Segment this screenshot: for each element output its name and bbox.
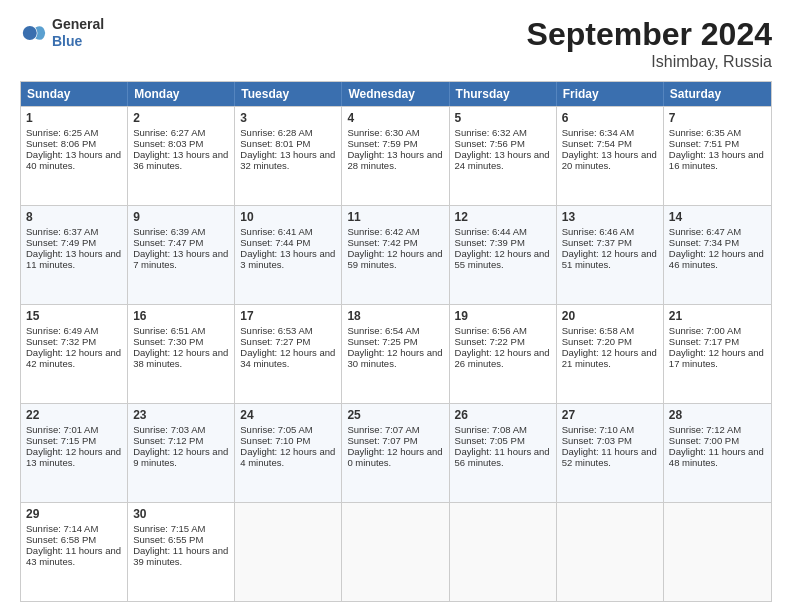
day-12: 12 Sunrise: 6:44 AM Sunset: 7:39 PM Dayl… <box>450 206 557 304</box>
location: Ishimbay, Russia <box>527 53 772 71</box>
day-3: 3 Sunrise: 6:28 AM Sunset: 8:01 PM Dayli… <box>235 107 342 205</box>
day-6: 6 Sunrise: 6:34 AM Sunset: 7:54 PM Dayli… <box>557 107 664 205</box>
day-7: 7 Sunrise: 6:35 AM Sunset: 7:51 PM Dayli… <box>664 107 771 205</box>
day-24: 24 Sunrise: 7:05 AM Sunset: 7:10 PM Dayl… <box>235 404 342 502</box>
header-wednesday: Wednesday <box>342 82 449 106</box>
day-22: 22 Sunrise: 7:01 AM Sunset: 7:15 PM Dayl… <box>21 404 128 502</box>
day-5: 5 Sunrise: 6:32 AM Sunset: 7:56 PM Dayli… <box>450 107 557 205</box>
day-27: 27 Sunrise: 7:10 AM Sunset: 7:03 PM Dayl… <box>557 404 664 502</box>
day-19: 19 Sunrise: 6:56 AM Sunset: 7:22 PM Dayl… <box>450 305 557 403</box>
logo-icon <box>20 19 48 47</box>
day-11: 11 Sunrise: 6:42 AM Sunset: 7:42 PM Dayl… <box>342 206 449 304</box>
day-8: 8 Sunrise: 6:37 AM Sunset: 7:49 PM Dayli… <box>21 206 128 304</box>
title-block: September 2024 Ishimbay, Russia <box>527 16 772 71</box>
day-28: 28 Sunrise: 7:12 AM Sunset: 7:00 PM Dayl… <box>664 404 771 502</box>
day-25: 25 Sunrise: 7:07 AM Sunset: 7:07 PM Dayl… <box>342 404 449 502</box>
empty-cell-5 <box>664 503 771 601</box>
day-4: 4 Sunrise: 6:30 AM Sunset: 7:59 PM Dayli… <box>342 107 449 205</box>
day-16: 16 Sunrise: 6:51 AM Sunset: 7:30 PM Dayl… <box>128 305 235 403</box>
day-9: 9 Sunrise: 6:39 AM Sunset: 7:47 PM Dayli… <box>128 206 235 304</box>
day-14: 14 Sunrise: 6:47 AM Sunset: 7:34 PM Dayl… <box>664 206 771 304</box>
header-friday: Friday <box>557 82 664 106</box>
day-17: 17 Sunrise: 6:53 AM Sunset: 7:27 PM Dayl… <box>235 305 342 403</box>
day-21: 21 Sunrise: 7:00 AM Sunset: 7:17 PM Dayl… <box>664 305 771 403</box>
page-header: General Blue September 2024 Ishimbay, Ru… <box>20 16 772 71</box>
week-row-3: 15 Sunrise: 6:49 AM Sunset: 7:32 PM Dayl… <box>21 304 771 403</box>
day-23: 23 Sunrise: 7:03 AM Sunset: 7:12 PM Dayl… <box>128 404 235 502</box>
week-row-5: 29 Sunrise: 7:14 AM Sunset: 6:58 PM Dayl… <box>21 502 771 601</box>
day-26: 26 Sunrise: 7:08 AM Sunset: 7:05 PM Dayl… <box>450 404 557 502</box>
day-10: 10 Sunrise: 6:41 AM Sunset: 7:44 PM Dayl… <box>235 206 342 304</box>
header-tuesday: Tuesday <box>235 82 342 106</box>
header-monday: Monday <box>128 82 235 106</box>
logo-line2: Blue <box>52 33 104 50</box>
day-18: 18 Sunrise: 6:54 AM Sunset: 7:25 PM Dayl… <box>342 305 449 403</box>
logo: General Blue <box>20 16 104 50</box>
calendar-header: Sunday Monday Tuesday Wednesday Thursday… <box>21 82 771 106</box>
day-20: 20 Sunrise: 6:58 AM Sunset: 7:20 PM Dayl… <box>557 305 664 403</box>
empty-cell-4 <box>557 503 664 601</box>
header-thursday: Thursday <box>450 82 557 106</box>
empty-cell-3 <box>450 503 557 601</box>
empty-cell-2 <box>342 503 449 601</box>
header-saturday: Saturday <box>664 82 771 106</box>
header-sunday: Sunday <box>21 82 128 106</box>
calendar: Sunday Monday Tuesday Wednesday Thursday… <box>20 81 772 602</box>
empty-cell-1 <box>235 503 342 601</box>
day-30: 30 Sunrise: 7:15 AM Sunset: 6:55 PM Dayl… <box>128 503 235 601</box>
day-2: 2 Sunrise: 6:27 AM Sunset: 8:03 PM Dayli… <box>128 107 235 205</box>
week-row-4: 22 Sunrise: 7:01 AM Sunset: 7:15 PM Dayl… <box>21 403 771 502</box>
calendar-page: General Blue September 2024 Ishimbay, Ru… <box>0 0 792 612</box>
day-1: 1 Sunrise: 6:25 AM Sunset: 8:06 PM Dayli… <box>21 107 128 205</box>
day-15: 15 Sunrise: 6:49 AM Sunset: 7:32 PM Dayl… <box>21 305 128 403</box>
week-row-1: 1 Sunrise: 6:25 AM Sunset: 8:06 PM Dayli… <box>21 106 771 205</box>
month-title: September 2024 <box>527 16 772 53</box>
day-13: 13 Sunrise: 6:46 AM Sunset: 7:37 PM Dayl… <box>557 206 664 304</box>
logo-line1: General <box>52 16 104 33</box>
week-row-2: 8 Sunrise: 6:37 AM Sunset: 7:49 PM Dayli… <box>21 205 771 304</box>
day-29: 29 Sunrise: 7:14 AM Sunset: 6:58 PM Dayl… <box>21 503 128 601</box>
calendar-body: 1 Sunrise: 6:25 AM Sunset: 8:06 PM Dayli… <box>21 106 771 601</box>
svg-point-0 <box>23 26 37 40</box>
